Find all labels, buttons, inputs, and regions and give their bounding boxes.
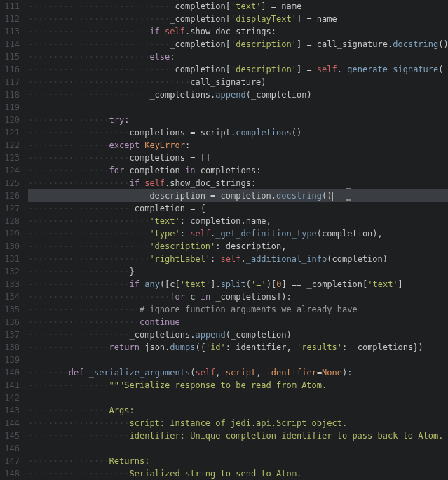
code-line[interactable]: ····················completions = [] [28,152,448,164]
token-op: ] [398,279,403,289]
token-name: identifier [236,342,286,352]
token-str: script: Instance of jedi.api.Script obje… [130,418,348,428]
code-line[interactable]: ······················continue [28,316,448,328]
code-line[interactable]: ····························_completion[… [28,13,448,25]
token-fn: docstring [393,39,438,49]
token-op: ( [327,254,332,264]
line-gutter: 1111121131141151161171181191201211221231… [0,0,25,480]
token-fn: _additional_info [246,254,327,264]
code-line[interactable]: ····························for c in _co… [28,291,448,303]
code-line[interactable]: ····················identifier: Unique c… [28,429,448,442]
token-name: _completion [170,65,225,74]
token-str: Serialized string to send to Atom. [130,469,302,479]
token-name: _completion [307,279,362,289]
code-line[interactable]: ····················if any([c['text'].sp… [28,278,448,291]
token-op: [ [226,65,231,74]
code-area[interactable]: ····························_completion[… [25,0,448,480]
code-line[interactable]: ················except KeyError: [28,139,448,152]
token-name: _completion [170,39,225,49]
token-op: : [271,27,276,36]
token-fn: _generate_signature [342,65,438,74]
line-number: 120 [4,114,20,126]
token-name: c [170,279,175,289]
token-op: : [185,140,190,150]
line-number: 124 [4,164,20,177]
indent-guides: ···················· [28,267,130,276]
code-line[interactable]: ······················# ignore function … [28,303,448,316]
code-line[interactable]: ····························_completion[… [28,63,448,76]
token-op: . [240,254,245,264]
line-number: 137 [4,328,20,341]
code-line[interactable] [28,392,448,404]
line-number: 130 [4,240,20,253]
code-line[interactable]: ················for completion in comple… [28,164,448,177]
code-line[interactable]: ····················completions = script… [28,126,448,139]
indent-guides: ················ [28,456,109,466]
code-line[interactable]: ····················} [28,265,448,278]
token-fn: completions [236,128,291,138]
token-kw: def [69,368,84,378]
code-line[interactable]: ····················if self.show_doc_str… [28,177,448,189]
token-param: KeyError [144,140,185,150]
token-name: completion [322,229,372,239]
code-line[interactable]: ························else: [28,51,448,63]
indent-guides: ······················ [28,317,140,327]
token-op: ) [261,77,266,87]
code-line[interactable]: ········def _serialize_arguments(self, s… [28,366,448,379]
indent-guides: ······················ [28,305,140,314]
line-number: 111 [4,0,20,13]
token-op: : [215,241,225,251]
token-name: json [144,342,165,352]
code-editor[interactable]: 1111121131141151161171181191201211221231… [0,0,448,480]
token-kw: return [109,342,140,352]
line-number: 119 [4,101,20,114]
code-line[interactable]: ················try: [28,114,448,126]
code-line[interactable]: ················Args: [28,404,448,417]
indent-guides: ················ [28,115,109,125]
token-kw: if [130,178,140,188]
token-op: : [180,229,190,239]
code-line[interactable]: ················"""Serialize response to… [28,379,448,392]
indent-guides: ···················· [28,178,130,188]
code-line[interactable] [28,354,448,366]
token-op: ( [317,229,322,239]
code-line[interactable]: ····················_completion = { [28,202,448,215]
token-op [180,166,185,175]
code-line[interactable] [28,442,448,455]
code-line[interactable]: ················return json.dumps({'id':… [28,341,448,354]
token-name: name [246,216,266,226]
token-kw: continue [140,317,180,327]
token-op: [ [226,1,231,11]
code-line[interactable]: ····························_completion[… [28,0,448,13]
line-number: 139 [4,354,20,366]
code-line[interactable]: ························if self.show_doc… [28,25,448,38]
token-op: = [185,204,201,213]
code-line[interactable]: ························'text': completi… [28,215,448,227]
code-line[interactable]: ····················script: Instance of … [28,417,448,429]
token-self: self [195,368,215,378]
token-op [195,292,200,302]
code-line[interactable]: ························'description': d… [28,240,448,253]
line-number: 132 [4,265,20,278]
code-line[interactable]: ························_completions.app… [28,88,448,101]
code-line[interactable]: ························description = co… [28,189,448,202]
line-number: 126 [4,189,20,202]
token-op: [] [201,153,210,163]
token-name: _completion [170,14,225,24]
code-line[interactable] [28,101,448,114]
code-line[interactable]: ····················_completions.append(… [28,328,448,341]
token-kw: try [109,115,125,125]
code-line[interactable]: ················Returns: [28,455,448,467]
indent-guides: ···························· [28,1,170,11]
code-line[interactable]: ····················Serialized string to… [28,467,448,480]
code-line[interactable]: ································call_sig… [28,76,448,88]
indent-guides: ···························· [28,39,170,49]
indent-guides: ········ [28,368,69,378]
code-line[interactable]: ····························_completion[… [28,38,448,51]
token-op: : [256,166,261,175]
code-line[interactable]: ························'type': self._ge… [28,227,448,240]
code-line[interactable]: ························'rightLabel': se… [28,253,448,265]
token-op: ]): [276,292,292,302]
indent-guides: ························ [28,27,149,36]
token-name: show_doc_strings [190,27,271,36]
